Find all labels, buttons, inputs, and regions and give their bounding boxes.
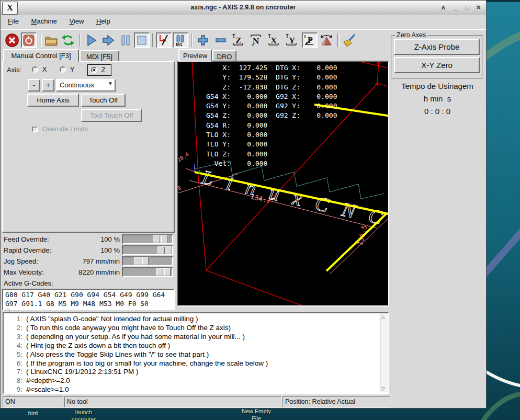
- tempo-title: Tempo de Usinagem: [390, 82, 484, 90]
- radio-circle: [91, 67, 97, 73]
- run-step-button[interactable]: [100, 32, 116, 48]
- view-z2-button[interactable]: N: [248, 32, 264, 48]
- tool-touch-off-button[interactable]: Tool Touch Off: [81, 109, 142, 122]
- run-button[interactable]: [83, 32, 99, 48]
- minimize-button[interactable]: _: [450, 3, 460, 13]
- reload-button[interactable]: [60, 32, 76, 48]
- rapid-override-label: Rapid Override:: [4, 246, 51, 254]
- active-gcodes-label: Active G-Codes:: [4, 279, 53, 287]
- axis-window: X axis.ngc - AXIS 2.9.8 on cncrouter ∧ _…: [0, 0, 487, 408]
- zoom-in-button[interactable]: [195, 32, 211, 48]
- gcode-line: 6:( If the program is too big or small f…: [5, 359, 388, 368]
- scroll-up-icon[interactable]: △: [381, 314, 385, 320]
- shade-button[interactable]: ∧: [438, 3, 448, 13]
- feed-override-value: 100 %: [63, 235, 120, 243]
- checkbox-box: [32, 127, 38, 132]
- max-velocity-value: 8220 mm/min: [63, 268, 120, 276]
- desktop-icon-bird[interactable]: bird: [21, 410, 45, 417]
- view-perspective-button[interactable]: P: [302, 32, 318, 48]
- menu-machine[interactable]: Machine: [26, 15, 62, 27]
- dro-readout: X: 127.425 DTG X: 0.000 Y: 179.528 DTG Y…: [206, 63, 337, 168]
- active-gcodes-box: G80 G17 G40 G21 G90 G94 G54 G49 G99 G64 …: [2, 289, 175, 310]
- chevron-down-icon: ▼: [108, 81, 113, 86]
- menu-file[interactable]: File: [3, 15, 24, 27]
- part-outline-text: LinuxCNC: [199, 166, 385, 229]
- tab-manual-control[interactable]: Manual Control [F3]: [3, 49, 79, 62]
- open-file-button[interactable]: [43, 32, 59, 48]
- clear-plot-button[interactable]: [342, 32, 357, 48]
- toolbar-separator: [79, 33, 81, 47]
- xy-zero-button[interactable]: X-Y Zero: [394, 57, 480, 73]
- toolbar-separator: [152, 33, 154, 47]
- jog-mode-select[interactable]: Continuous ▼: [56, 79, 116, 92]
- max-velocity-label: Max Velocity:: [4, 268, 44, 276]
- tab-mdi[interactable]: MDI [F5]: [80, 50, 119, 62]
- desktop-icon-new-empty-file[interactable]: New EmptyFile: [230, 407, 282, 420]
- rotate-view-button[interactable]: [319, 32, 334, 48]
- gcode-line: 7:( LinuxCNC 19/1/2012 2:13:51 PM ): [5, 368, 388, 377]
- feed-override-label: Feed Override:: [4, 235, 49, 243]
- gcode-line: 8:#<depth>=2.0: [5, 377, 388, 385]
- preview-canvas[interactable]: 134.7 136.5 20.4 8 LinuxCNC X: 127.425 D…: [177, 61, 389, 307]
- scroll-down-icon[interactable]: ▽: [381, 386, 385, 391]
- view-x-button[interactable]: X: [266, 32, 282, 48]
- view-y-button[interactable]: Y: [284, 32, 300, 48]
- svg-text:P: P: [308, 36, 313, 44]
- desktop-icon-launch-cncrouter[interactable]: launchcncrouter: [62, 408, 106, 420]
- gcode-line: 1:( AXIS "splash G-code" Not intended fo…: [5, 315, 388, 324]
- jog-speed-value: 797 mm/min: [63, 257, 120, 265]
- svg-text:20.4: 20.4: [178, 151, 190, 163]
- svg-text:Y: Y: [289, 36, 295, 46]
- toggle-skip-lines-button[interactable]: [156, 32, 172, 48]
- radio-circle: [60, 66, 66, 73]
- feed-override-slider[interactable]: [122, 234, 173, 244]
- slider-handle[interactable]: [156, 268, 171, 276]
- titlebar[interactable]: X axis.ngc - AXIS 2.9.8 on cncrouter ∧ _…: [1, 1, 486, 15]
- axis-radio-z[interactable]: Z: [87, 64, 111, 76]
- gcode-listing[interactable]: 1:( AXIS "splash G-code" Not intended fo…: [3, 312, 389, 394]
- status-position-mode: Position: Relative Actual: [282, 396, 390, 407]
- zero-axes-label: Zero Axes: [395, 31, 427, 39]
- view-z-button[interactable]: Z: [231, 32, 246, 48]
- tempo-value: 0 : 0 : 0: [390, 107, 484, 116]
- screen: bird launchcncrouter New EmptyFile X axi…: [0, 0, 520, 420]
- estop-button[interactable]: [4, 32, 20, 48]
- jog-speed-label: Jog Speed:: [4, 257, 38, 265]
- gcode-line: 5:( Also press the Toggle Skip Lines wit…: [5, 350, 388, 359]
- status-machine-state: ON: [3, 396, 63, 407]
- close-button[interactable]: ×: [473, 3, 483, 13]
- touch-off-button[interactable]: Touch Off: [81, 94, 126, 107]
- jog-minus-button[interactable]: -: [28, 79, 40, 92]
- menu-help[interactable]: Help: [91, 15, 116, 27]
- axis-radio-x[interactable]: X: [32, 65, 47, 73]
- override-limits-checkbox[interactable]: Override Limits: [32, 125, 88, 133]
- slider-handle[interactable]: [157, 246, 172, 254]
- gcode-line: 3:( depending on your setup. As if you h…: [5, 333, 388, 342]
- slider-handle[interactable]: [153, 235, 167, 243]
- toggle-optional-pause-button[interactable]: M1: [173, 32, 188, 48]
- z-axis-probe-button[interactable]: Z-Axis Probe: [394, 39, 480, 55]
- rapid-override-slider[interactable]: [122, 245, 173, 255]
- tab-preview[interactable]: Preview: [178, 49, 212, 62]
- jog-plus-button[interactable]: +: [42, 79, 54, 92]
- axis-label: Axis:: [7, 66, 21, 74]
- toolbar-separator: [191, 33, 193, 47]
- pause-button[interactable]: [118, 32, 133, 48]
- maximize-button[interactable]: □: [462, 3, 472, 13]
- gcode-scrollbar[interactable]: △ ▽: [380, 313, 388, 392]
- jog-speed-slider[interactable]: [122, 256, 173, 266]
- zoom-out-button[interactable]: [213, 32, 229, 48]
- toolbar-separator: [337, 33, 340, 47]
- window-title: axis.ngc - AXIS 2.9.8 on cncrouter: [1, 1, 486, 15]
- machine-power-button[interactable]: [21, 32, 37, 48]
- home-axis-button[interactable]: Home Axis: [27, 94, 79, 107]
- svg-text:8: 8: [178, 185, 182, 191]
- stop-button[interactable]: [134, 32, 150, 48]
- slider-handle[interactable]: [134, 257, 149, 265]
- menu-view[interactable]: View: [64, 15, 89, 27]
- axis-radio-y[interactable]: Y: [60, 65, 74, 73]
- tempo-units: h min s: [390, 94, 484, 103]
- svg-text:Z: Z: [235, 36, 241, 46]
- svg-text:M1: M1: [176, 42, 183, 47]
- max-velocity-slider[interactable]: [122, 267, 173, 277]
